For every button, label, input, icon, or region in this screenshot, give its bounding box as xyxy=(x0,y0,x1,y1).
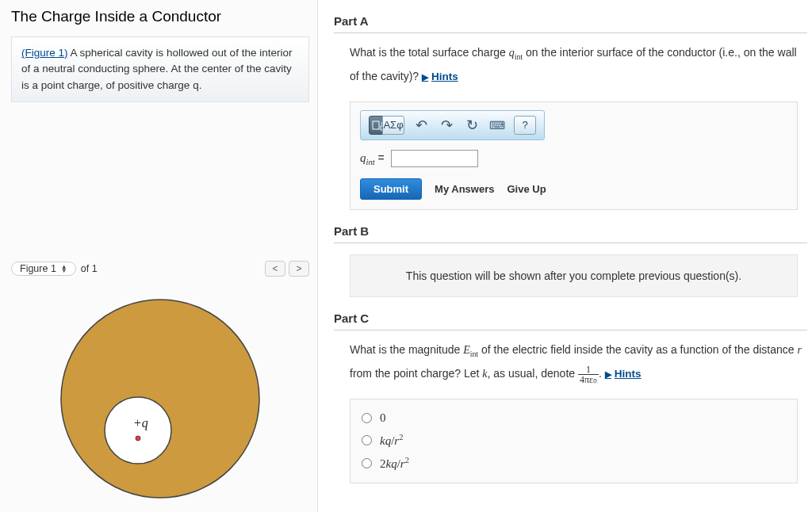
part-c-header: Part C xyxy=(334,310,807,331)
part-b-header: Part B xyxy=(334,223,807,243)
part-c-hints[interactable]: ▶ Hints xyxy=(605,366,642,383)
svg-point-0 xyxy=(61,300,259,498)
svg-point-1 xyxy=(105,397,171,464)
figure-image: +q xyxy=(11,288,309,512)
help-button[interactable]: ? xyxy=(514,116,536,135)
charge-label-text: +q xyxy=(133,416,148,430)
answer-input-row: qint = xyxy=(360,150,787,167)
option-row[interactable]: kq/r2 xyxy=(362,429,786,452)
option-radio[interactable] xyxy=(362,413,372,423)
answer-block-a: x ΑΣφ ↶ ↷ ↻ ⌨ ? qint = Submit My Answers… xyxy=(350,101,798,210)
part-c-question: What is the magnitude Eint of the electr… xyxy=(334,334,807,391)
greek-tool-button[interactable]: ΑΣφ xyxy=(382,116,404,135)
submit-button[interactable]: Submit xyxy=(360,178,422,200)
triangle-right-icon: ▶ xyxy=(422,71,428,84)
option-row[interactable]: 0 xyxy=(362,407,786,429)
equation-toolbar: x ΑΣφ ↶ ↷ ↻ ⌨ ? xyxy=(360,110,545,140)
figure-selector[interactable]: Figure 1 ▲▼ xyxy=(11,262,76,276)
triangle-right-icon: ▶ xyxy=(605,368,611,381)
figure-next-button[interactable]: > xyxy=(289,261,309,277)
svg-rect-3 xyxy=(373,121,379,129)
dropdown-arrows-icon: ▲▼ xyxy=(61,265,67,273)
give-up-link[interactable]: Give Up xyxy=(507,183,546,195)
svg-point-2 xyxy=(136,436,140,441)
figure-link[interactable]: (Figure 1) xyxy=(21,47,68,59)
part-a-question: What is the total surface charge qint on… xyxy=(334,36,807,92)
keyboard-icon[interactable]: ⌨ xyxy=(488,116,506,135)
part-b-locked: This question will be shown after you co… xyxy=(350,254,798,297)
answer-input[interactable] xyxy=(391,150,478,167)
option-radio[interactable] xyxy=(362,435,372,445)
reset-icon[interactable]: ↻ xyxy=(463,116,481,135)
redo-icon[interactable]: ↷ xyxy=(438,116,455,135)
part-c-options: 0 kq/r2 2kq/r2 xyxy=(350,399,798,483)
page-title: The Charge Inside a Conductor xyxy=(11,8,309,25)
figure-prev-button[interactable]: < xyxy=(265,261,285,277)
part-a-header: Part A xyxy=(334,13,807,33)
my-answers-link[interactable]: My Answers xyxy=(435,183,494,195)
undo-icon[interactable]: ↶ xyxy=(412,116,430,135)
part-a-hints[interactable]: ▶ Hints xyxy=(422,69,458,86)
option-row[interactable]: 2kq/r2 xyxy=(362,452,786,475)
figure-count: of 1 xyxy=(81,263,98,274)
figure-bar: Figure 1 ▲▼ of 1 < > xyxy=(11,261,309,277)
option-radio[interactable] xyxy=(362,458,372,468)
problem-description: (Figure 1) A spherical cavity is hollowe… xyxy=(11,36,309,102)
